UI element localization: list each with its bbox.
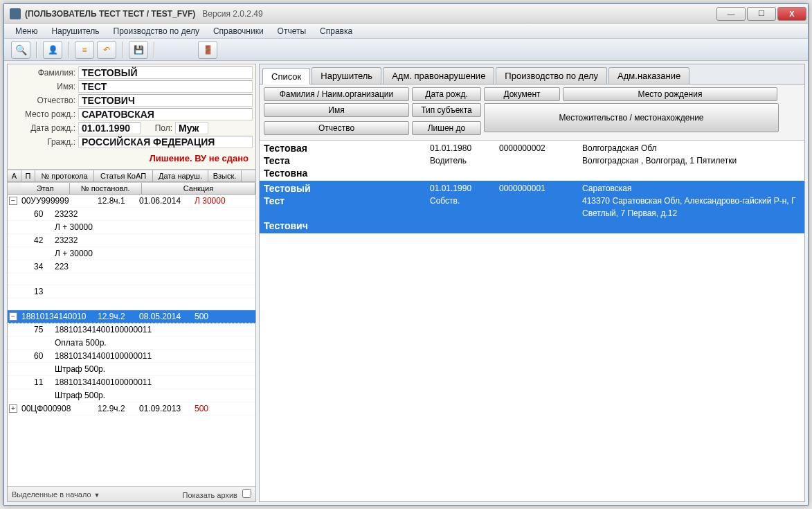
column-header-button[interactable]: Фамилия / Наим.организации — [264, 87, 409, 101]
column-header-button[interactable]: Имя — [264, 103, 409, 117]
tool-button-add[interactable]: 👤 — [43, 41, 62, 59]
tree-toggle[interactable]: − — [9, 312, 17, 321]
tab[interactable]: Список — [262, 68, 310, 84]
window-version: Версия 2.0.2.49 — [202, 9, 262, 19]
minimize-button[interactable]: — — [716, 7, 746, 21]
tree-row[interactable]: 13 — [8, 285, 255, 298]
label-citizenship: Гражд.: — [10, 137, 78, 147]
save-icon: 💾 — [134, 45, 144, 55]
show-archive-label[interactable]: Показать архив — [183, 489, 251, 499]
menu-item[interactable]: Отчеты — [271, 25, 313, 37]
tree-toggle[interactable]: − — [9, 197, 17, 205]
menu-item[interactable]: Нарушитель — [44, 25, 106, 37]
column-header-button[interactable]: Тип субъекта — [412, 103, 481, 117]
tool-button-exit[interactable]: 🚪 — [198, 41, 217, 59]
tree-row[interactable]: 11188101341400100000011 — [8, 376, 255, 389]
menu-item[interactable]: Меню — [8, 25, 44, 37]
column-header-button[interactable]: Дата рожд. — [412, 87, 481, 101]
list-icon: ≡ — [82, 45, 87, 55]
undo-icon: ↶ — [103, 45, 110, 55]
label-lastname: Фамилия: — [10, 68, 78, 78]
titlebar: (ПОЛЬЗОВАТЕЛЬ ТЕСТ ТЕСТ / TEST_FVF) Верс… — [4, 4, 808, 24]
field-lastname[interactable]: ТЕСТОВЫЙ — [78, 66, 253, 79]
app-window: (ПОЛЬЗОВАТЕЛЬ ТЕСТ ТЕСТ / TEST_FVF) Верс… — [3, 3, 809, 506]
tree-row[interactable]: 6023232 — [8, 208, 255, 221]
close-button[interactable]: X — [777, 7, 806, 21]
label-birthdate: Дата рожд.: — [10, 123, 78, 133]
field-birthdate[interactable]: 01.01.1990 — [78, 122, 141, 134]
window-title: (ПОЛЬЗОВАТЕЛЬ ТЕСТ ТЕСТ / TEST_FVF) — [25, 9, 195, 19]
grid-header-button[interactable]: А — [8, 170, 21, 181]
tree-row[interactable]: 75188101341400100000011 — [8, 323, 255, 337]
grid-body[interactable]: −00УУ99999912.8ч.101.06.2014Л 3000060232… — [8, 195, 255, 486]
label-firstname: Имя: — [10, 82, 78, 91]
menu-item[interactable]: Справочники — [206, 25, 271, 37]
label-sex: Пол: — [147, 123, 175, 133]
grid-header-button[interactable]: № протокола — [35, 170, 94, 181]
column-header-button[interactable]: Местожительство / местонахождение — [484, 103, 779, 132]
tab[interactable]: Адм. правонарушение — [383, 67, 494, 84]
tree-row[interactable]: Л + 30000 — [8, 221, 255, 234]
grid-subheader-button[interactable]: № постановл. — [70, 183, 142, 194]
search-button[interactable]: 🔍 — [11, 41, 30, 59]
tree-row[interactable]: −1881013414001012.9ч.208.05.2014500 — [8, 310, 255, 323]
right-column-headers: Фамилия / Наим.организацииДата рожд.Доку… — [260, 84, 804, 141]
highlight-top-label[interactable]: Выделенные в начало▼ — [12, 490, 100, 499]
column-header-button[interactable]: Лишен до — [412, 121, 481, 135]
person-block[interactable]: Тестовая01.01.19800000000002Волгоградска… — [260, 141, 804, 181]
tool-button-undo[interactable]: ↶ — [97, 41, 116, 59]
maximize-button[interactable]: ☐ — [747, 7, 776, 21]
right-panel: СписокНарушительАдм. правонарушениеПроиз… — [259, 64, 805, 502]
menu-item[interactable]: Справка — [313, 25, 359, 37]
column-header-button[interactable]: Документ — [484, 87, 560, 101]
app-icon — [10, 8, 21, 19]
tree-row[interactable]: +00ЦФ00090812.9ч.201.09.2013500 — [8, 402, 255, 416]
tree-row[interactable]: −00УУ99999912.8ч.101.06.2014Л 30000 — [8, 195, 255, 208]
person-icon: 👤 — [48, 45, 58, 55]
tree-row[interactable]: 34223 — [8, 260, 255, 274]
person-block[interactable]: Тестовый01.01.19900000000001СаратовскаяТ… — [260, 181, 804, 233]
search-icon: 🔍 — [15, 44, 27, 55]
grid-subheader-button[interactable]: Санкция — [142, 183, 255, 194]
grid-header-button[interactable]: Статья КоАП — [94, 170, 153, 181]
tree-row[interactable] — [8, 298, 255, 310]
field-firstname[interactable]: ТЕСТ — [78, 80, 253, 93]
bottom-bar: Выделенные в начало▼ Показать архив — [8, 486, 255, 501]
tree-row[interactable]: Штраф 500р. — [8, 363, 255, 376]
field-patronymic[interactable]: ТЕСТОВИЧ — [78, 94, 253, 107]
person-form: Фамилия: ТЕСТОВЫЙ Имя: ТЕСТ Отчество: ТЕ… — [8, 64, 255, 170]
column-header-button[interactable]: Место рождения — [563, 87, 777, 101]
field-birthplace[interactable]: САРАТОВСКАЯ — [78, 108, 253, 120]
exit-icon: 🚪 — [203, 45, 213, 55]
grid-header-button[interactable]: Взыск. — [208, 170, 242, 181]
toolbar: 🔍 👤 ≡ ↶ 💾 🚪 — [4, 39, 808, 61]
tool-button-save[interactable]: 💾 — [129, 41, 148, 59]
tree-row[interactable]: Оплата 500р. — [8, 337, 255, 350]
tab[interactable]: Нарушитель — [312, 67, 381, 84]
tool-button-list[interactable]: ≡ — [75, 41, 94, 59]
alert-text: Лишение. ВУ не сдано — [8, 149, 255, 168]
tree-row[interactable]: 4223232 — [8, 234, 255, 247]
tabs: СписокНарушительАдм. правонарушениеПроиз… — [260, 64, 804, 84]
grid-header-button[interactable]: П — [21, 170, 35, 181]
tab[interactable]: Производство по делу — [496, 67, 607, 84]
tree-row[interactable]: Штраф 500р. — [8, 389, 255, 402]
right-list[interactable]: Тестовая01.01.19800000000002Волгоградска… — [260, 141, 804, 501]
field-citizenship[interactable]: РОССИЙСКАЯ ФЕДЕРАЦИЯ — [78, 136, 253, 148]
column-header-button[interactable]: Отчество — [264, 121, 409, 135]
tree-row[interactable]: 60188101341400100000011 — [8, 350, 255, 363]
tree-toggle[interactable]: + — [9, 404, 17, 413]
grid-subheader-button[interactable]: Этап — [21, 183, 70, 194]
label-patronymic: Отчество: — [10, 96, 78, 105]
tree-row[interactable] — [8, 274, 255, 285]
grid-header-button[interactable]: Дата наруш. — [153, 170, 208, 181]
tab[interactable]: Адм.наказание — [608, 67, 689, 84]
show-archive-checkbox[interactable] — [242, 489, 251, 498]
left-panel: Фамилия: ТЕСТОВЫЙ Имя: ТЕСТ Отчество: ТЕ… — [7, 64, 256, 502]
tree-row[interactable]: Л + 30000 — [8, 247, 255, 260]
menu-item[interactable]: Производство по делу — [107, 25, 206, 37]
label-birthplace: Место рожд.: — [10, 109, 78, 119]
menubar: МенюНарушительПроизводство по делуСправо… — [4, 24, 808, 39]
field-sex[interactable]: Муж — [175, 122, 208, 134]
grid-sub-header: Этап№ постановл.Санкция — [8, 182, 255, 195]
